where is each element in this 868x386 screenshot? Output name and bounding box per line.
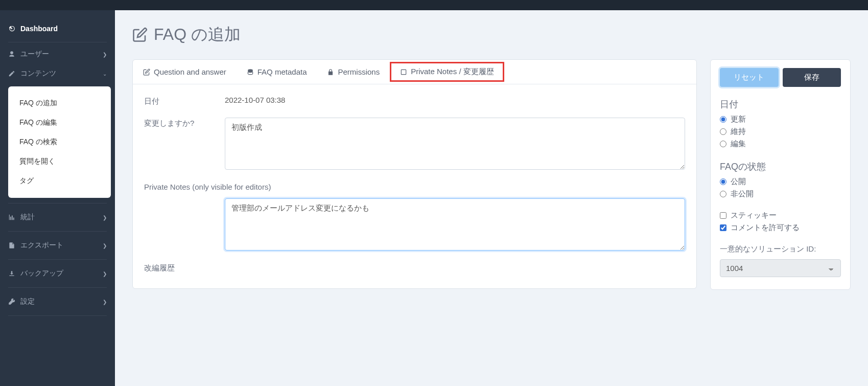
checkbox-label: スティッキー — [731, 211, 777, 220]
side-card: リセット 保存 日付 更新 維持 編集 F — [710, 59, 851, 290]
subnav-tag[interactable]: タグ — [8, 171, 111, 191]
svg-rect-2 — [402, 70, 406, 74]
page-title-text: FAQ の追加 — [154, 24, 241, 46]
private-notes-label: Private Notes (only visible for editors) — [144, 183, 685, 191]
reset-button[interactable]: リセット — [720, 68, 779, 87]
sidebar-item-stats[interactable]: 統計 ❯ — [0, 208, 115, 227]
sidebar-label: ユーザー — [20, 50, 49, 59]
tab-permissions[interactable]: Permissions — [317, 60, 390, 84]
sidebar-label: 設定 — [20, 297, 35, 306]
file-icon — [8, 242, 15, 249]
state-heading: FAQの状態 — [720, 161, 841, 173]
card-body: 日付 2022-10-07 03:38 変更しますか? Private Note… — [133, 84, 696, 288]
date-label: 日付 — [144, 96, 225, 106]
sidebar: Dashboard ユーザー ❯ コンテンツ ⌄ FAQ — [0, 10, 115, 386]
wrench-icon — [8, 298, 15, 305]
tab-metadata[interactable]: FAQ metadata — [237, 60, 317, 84]
tab-private-notes[interactable]: Private Notes / 変更履歴 — [390, 62, 504, 82]
date-value: 2022-10-07 03:38 — [225, 96, 685, 106]
form-row-private-notes — [144, 198, 685, 252]
change-textarea[interactable] — [225, 118, 685, 170]
edit-square-icon — [132, 27, 148, 42]
save-button[interactable]: 保存 — [783, 68, 841, 87]
tab-label: Private Notes / 変更履歴 — [411, 67, 494, 77]
chevron-right-icon: ❯ — [103, 52, 107, 57]
change-label: 変更しますか? — [144, 118, 225, 171]
sidebar-label: 統計 — [20, 213, 35, 222]
main-content: FAQ の追加 Question and answer FAQ metadata — [115, 10, 868, 386]
sidebar-item-users[interactable]: ユーザー ❯ — [0, 44, 115, 64]
sidebar-label: コンテンツ — [20, 69, 56, 78]
dashboard-icon — [8, 25, 15, 32]
subnav-edit-faq[interactable]: FAQ の編集 — [8, 113, 111, 132]
chevron-down-icon: ⌄ — [103, 71, 107, 77]
private-notes-textarea[interactable] — [225, 198, 685, 251]
subnav-search-faq[interactable]: FAQ の検索 — [8, 132, 111, 152]
radio-label: 更新 — [731, 115, 746, 124]
radio-date-keep[interactable]: 維持 — [720, 127, 841, 137]
radio-input[interactable] — [720, 128, 726, 135]
sidebar-item-settings[interactable]: 設定 ❯ — [0, 292, 115, 311]
stats-icon — [8, 214, 15, 221]
radio-label: 公開 — [731, 177, 746, 187]
checkbox-input[interactable] — [720, 212, 726, 219]
radio-label: 非公開 — [731, 189, 754, 199]
subnav-open-question[interactable]: 質問を開く — [8, 152, 111, 171]
tab-label: Permissions — [338, 67, 380, 76]
tab-label: Question and answer — [154, 67, 226, 76]
sidebar-label: Dashboard — [20, 25, 58, 33]
radio-input[interactable] — [720, 116, 726, 123]
sidebar-label: エクスポート — [20, 241, 63, 250]
radio-state-private[interactable]: 非公開 — [720, 189, 841, 199]
chevron-right-icon: ❯ — [103, 243, 107, 248]
sidebar-item-backup[interactable]: バックアップ ❯ — [0, 264, 115, 283]
date-heading: 日付 — [720, 98, 841, 110]
form-row-date: 日付 2022-10-07 03:38 — [144, 96, 685, 106]
history-label: 改編履歴 — [144, 263, 685, 273]
sidebar-item-contents[interactable]: コンテンツ ⌄ — [0, 64, 115, 83]
solution-id-label: 一意的なソリューション ID: — [720, 244, 841, 254]
subnav-add-faq[interactable]: FAQ の追加 — [8, 94, 111, 113]
checkbox-allow-comments[interactable]: コメントを許可する — [720, 223, 841, 233]
main-card: Question and answer FAQ metadata Permiss… — [132, 59, 697, 289]
radio-label: 維持 — [731, 127, 746, 137]
tab-label: FAQ metadata — [257, 67, 307, 76]
chevron-right-icon: ❯ — [103, 299, 107, 305]
page-title: FAQ の追加 — [132, 24, 851, 46]
download-icon — [8, 270, 15, 277]
radio-input[interactable] — [720, 191, 726, 197]
chevron-right-icon: ❯ — [103, 215, 107, 220]
sidebar-item-dashboard[interactable]: Dashboard — [8, 19, 107, 42]
tab-question-answer[interactable]: Question and answer — [133, 60, 237, 84]
radio-input[interactable] — [720, 178, 726, 185]
tabs: Question and answer FAQ metadata Permiss… — [133, 60, 696, 84]
user-icon — [8, 51, 15, 58]
radio-state-public[interactable]: 公開 — [720, 177, 841, 187]
checkbox-label: コメントを許可する — [731, 223, 800, 233]
form-row-change: 変更しますか? — [144, 118, 685, 171]
solution-id-input[interactable] — [720, 259, 841, 277]
topbar — [0, 0, 868, 10]
radio-date-update[interactable]: 更新 — [720, 115, 841, 124]
radio-label: 編集 — [731, 139, 746, 149]
svg-point-0 — [11, 28, 12, 29]
radio-date-edit[interactable]: 編集 — [720, 139, 841, 149]
sidebar-submenu: FAQ の追加 FAQ の編集 FAQ の検索 質問を開く タグ — [8, 86, 111, 198]
chevron-right-icon: ❯ — [103, 271, 107, 277]
sidebar-item-export[interactable]: エクスポート ❯ — [0, 236, 115, 255]
sidebar-label: バックアップ — [20, 269, 63, 278]
radio-input[interactable] — [720, 141, 726, 147]
checkbox-sticky[interactable]: スティッキー — [720, 211, 841, 220]
edit-icon — [8, 70, 15, 77]
checkbox-input[interactable] — [720, 224, 726, 231]
